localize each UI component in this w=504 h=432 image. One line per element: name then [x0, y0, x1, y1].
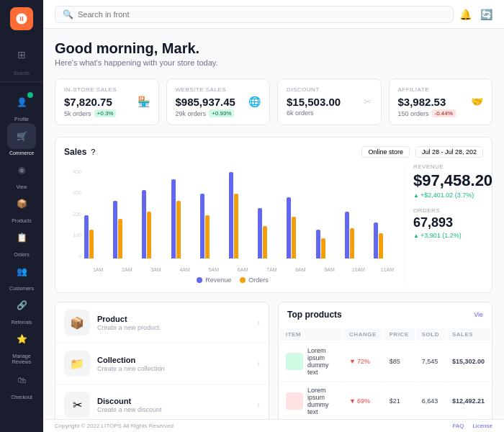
search-input[interactable] [78, 10, 446, 19]
stat-instore-icon: 🏪 [138, 96, 150, 107]
sidebar-item-boards[interactable]: ⊞ [7, 42, 36, 68]
product-img-0 [286, 353, 303, 370]
stat-instore-label: IN-STORE SALES [64, 86, 150, 93]
stat-instore-value: $7,820.75 [64, 96, 116, 108]
discount-title: Discount [97, 397, 257, 405]
revenue-bar [113, 201, 117, 258]
revenue-legend-dot [197, 277, 202, 283]
sidebar-referrals-label: Referrals [12, 320, 32, 325]
revenue-bar [142, 190, 146, 258]
products-table-body: Lorem ipsum dummy text ▼ 72% $85 7,545 $… [280, 342, 490, 419]
app-logo[interactable] [10, 7, 33, 30]
products-view-link[interactable]: Vie [474, 311, 483, 318]
sidebar-item-customers[interactable]: 👥 [7, 258, 36, 284]
revenue-bar [200, 194, 204, 258]
stat-discount-icon: ✂ [364, 96, 372, 107]
sidebar-item-products[interactable]: 📦 [7, 191, 36, 217]
collection-text: Collection Create a new collection [97, 356, 257, 372]
page-subtitle: Here's what's happening with your store … [55, 58, 492, 67]
orders-block: ORDERS 67,893 ▲ +3,901 (1.2%) [413, 207, 483, 239]
product-arrow-icon: › [257, 318, 260, 328]
quick-item-discount[interactable]: ✂ Discount Create a new discount › [55, 384, 269, 419]
discount-text: Discount Create a new discount [97, 397, 257, 413]
bar-group [84, 215, 112, 258]
orders-legend-label: Orders [248, 276, 269, 284]
product-title: Product [97, 315, 257, 323]
bar-group [345, 212, 372, 258]
quick-item-collection[interactable]: 📁 Collection Create a new collection › [55, 343, 269, 384]
x-axis-label: 11AM [374, 267, 401, 272]
col-change: CHANGE [343, 328, 382, 341]
collection-desc: Create a new collection [97, 365, 257, 372]
sidebar-commerce-label: Commerce [9, 150, 34, 156]
refresh-icon[interactable]: 🔄 [480, 9, 492, 20]
footer-links: FAQ License [452, 423, 492, 429]
revenue-value: $97,458.20 [413, 171, 483, 190]
revenue-bar [171, 179, 176, 258]
stat-card-instore: IN-STORE SALES $7,820.75 5k orders +0.3%… [55, 78, 159, 125]
sidebar-item-profile[interactable]: 👤 [7, 89, 36, 115]
revenue-bar [374, 222, 378, 258]
product-change-0: ▼ 72% [349, 358, 370, 365]
sidebar-main-nav: 👤 Profile 🛒 Commerce ◉ View 📦 Products 📋… [0, 86, 43, 402]
chart-area: 400 300 200 100 0 1AM2AM3AM4AM5AM6AM7AM8… [64, 163, 483, 284]
revenue-change: ▲ +$2,401.02 (3.7%) [413, 192, 483, 199]
table-row: Lorem ipsum dummy text ▼ 72% $85 7,545 $… [280, 342, 490, 380]
middle-row: 📦 Product Create a new product. › 📁 Coll… [55, 302, 492, 419]
chart-header: Sales ? Online store Jul 28 - Jul 28, 20… [64, 146, 483, 158]
revenue-bar [258, 208, 262, 258]
footer-faq-link[interactable]: FAQ [452, 423, 464, 429]
search-icon: 🔍 [63, 9, 73, 19]
col-sold: SOLD [416, 328, 445, 341]
sidebar-item-orders[interactable]: 📋 [7, 225, 36, 251]
search-bar[interactable]: 🔍 [55, 6, 454, 23]
x-axis-label: 7AM [258, 267, 285, 272]
footer-license-link[interactable]: License [472, 423, 492, 429]
sidebar-item-commerce[interactable]: 🛒 [7, 123, 36, 149]
sales-title: Sales [64, 147, 86, 157]
products-title: Top products [287, 310, 342, 320]
product-name-cell-1: Lorem ipsum dummy text [280, 382, 342, 419]
col-item: ITEM [280, 328, 342, 341]
topbar-icons: 🔔 🔄 [459, 9, 492, 20]
product-sales-cell-0: $15,302.00 [446, 342, 490, 380]
collection-arrow-icon: › [257, 359, 260, 369]
product-desc: Create a new product. [97, 324, 257, 331]
revenue-legend-label: Revenue [205, 276, 231, 284]
date-range-btn[interactable]: Jul 28 - Jul 28, 202 [415, 146, 483, 158]
products-table: ITEM CHANGE PRICE SOLD SALES Lorem ipsum… [279, 327, 492, 419]
sales-info-icon[interactable]: ? [91, 148, 95, 156]
x-axis-label: 10AM [345, 267, 372, 272]
bar-group [229, 172, 256, 258]
bar-group [287, 197, 314, 258]
legend-orders: Orders [240, 276, 269, 284]
sidebar: ⊞ Boards 👤 Profile 🛒 Commerce ◉ View 📦 P… [0, 0, 43, 432]
footer-copyright: Copyright © 2022 LITOPS All Rights Reser… [55, 423, 174, 429]
sidebar-boards-label: Boards [14, 71, 30, 76]
sidebar-item-reviews[interactable]: ⭐ [7, 326, 36, 352]
sidebar-item-checkout[interactable]: 🛍 [7, 367, 36, 393]
orders-bar [321, 238, 325, 258]
stat-instore-sub: 5k orders +0.3% [64, 109, 116, 117]
orders-bar [176, 201, 181, 258]
store-filter-btn[interactable]: Online store [361, 146, 410, 158]
revenue-bar [84, 215, 89, 258]
bar-group [142, 190, 169, 258]
bar-group [374, 222, 401, 258]
product-sold-cell-1: 6,643 [416, 382, 445, 419]
legend-revenue: Revenue [197, 276, 231, 284]
collection-title: Collection [97, 356, 257, 364]
quick-item-product[interactable]: 📦 Product Create a new product. › [55, 302, 269, 343]
bar-group [113, 201, 140, 258]
bell-icon[interactable]: 🔔 [459, 9, 472, 20]
page-title: Good morning, Mark. [55, 40, 492, 57]
sidebar-item-referrals[interactable]: 🔗 [7, 292, 36, 318]
chart-main: 400 300 200 100 0 1AM2AM3AM4AM5AM6AM7AM8… [64, 163, 401, 284]
sidebar-item-view[interactable]: ◉ [7, 157, 36, 183]
col-price: PRICE [384, 328, 415, 341]
sidebar-customers-label: Customers [9, 286, 34, 291]
bar-group [200, 194, 228, 258]
revenue-bar [316, 230, 320, 258]
revenue-bar [229, 172, 233, 258]
product-name-cell-0: Lorem ipsum dummy text [280, 342, 342, 380]
